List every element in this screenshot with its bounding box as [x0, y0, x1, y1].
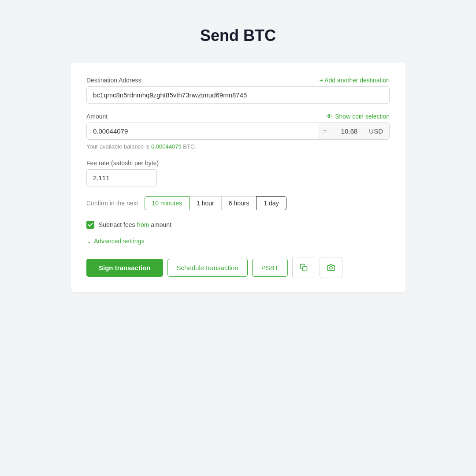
page-title: Send BTC — [71, 26, 405, 45]
time-btn-1day[interactable]: 1 day — [256, 196, 286, 210]
confirm-row: Confirm in the next 10 minutes 1 hour 6 … — [86, 196, 390, 210]
svg-point-1 — [330, 267, 332, 269]
amount-usd-value: 10.68 — [332, 123, 363, 140]
schedule-transaction-button[interactable]: Schedule transaction — [167, 259, 248, 277]
time-btn-10min[interactable]: 10 minutes — [145, 196, 190, 210]
actions-row: Sign transaction Schedule transaction PS… — [86, 257, 390, 278]
fee-input[interactable] — [86, 169, 157, 186]
chevron-down-icon: ⌄ — [86, 238, 91, 245]
amount-usd-label: USD — [363, 123, 390, 140]
show-coin-selection-link[interactable]: 👁 Show coin selection — [326, 112, 390, 120]
time-btn-6hours[interactable]: 6 hours — [221, 196, 257, 210]
time-btn-1hour[interactable]: 1 hour — [189, 196, 222, 210]
advanced-settings-toggle[interactable]: ⌄ Advanced settings — [86, 238, 390, 245]
balance-amount: 0.00044079 — [151, 143, 182, 150]
fee-label: Fee rate (satoshi per byte) — [86, 160, 390, 167]
destination-row: Destination Address + Add another destin… — [86, 77, 390, 84]
send-form: Destination Address + Add another destin… — [71, 63, 405, 292]
sign-transaction-button[interactable]: Sign transaction — [86, 259, 163, 277]
destination-address-input[interactable] — [86, 86, 390, 104]
psbt-button[interactable]: PSBT — [252, 259, 288, 277]
subtract-fees-label: Subtract fees from amount — [99, 221, 171, 228]
subtract-fees-row: Subtract fees from amount — [86, 221, 390, 229]
amount-input[interactable] — [86, 123, 318, 140]
subtract-fees-checkbox[interactable] — [86, 221, 94, 229]
copy-icon-button[interactable] — [292, 257, 315, 278]
amount-label: Amount — [86, 113, 108, 120]
destination-label: Destination Address — [86, 77, 141, 84]
eye-icon: 👁 — [326, 112, 333, 120]
amount-equals: = — [318, 123, 332, 140]
copy-icon — [300, 264, 308, 271]
add-destination-link[interactable]: + Add another destination — [320, 77, 390, 84]
svg-rect-0 — [303, 267, 307, 271]
camera-icon-button[interactable] — [320, 257, 342, 278]
advanced-settings-label: Advanced settings — [94, 238, 144, 245]
amount-row-header: Amount 👁 Show coin selection — [86, 112, 390, 120]
balance-text: Your available balance is 0.00044079 BTC… — [86, 143, 390, 150]
amount-input-row: = 10.68 USD — [86, 123, 390, 140]
confirm-label: Confirm in the next — [86, 200, 138, 207]
camera-icon — [327, 264, 335, 271]
